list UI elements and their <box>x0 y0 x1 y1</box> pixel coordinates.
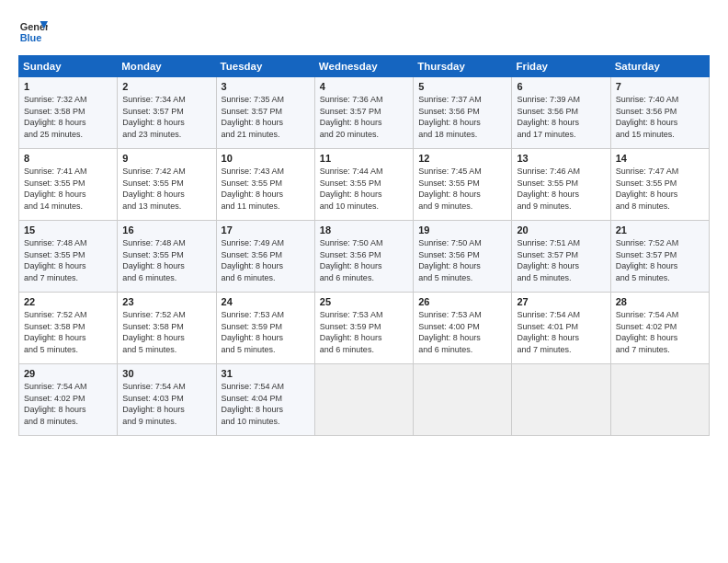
calendar-cell: 15Sunrise: 7:48 AMSunset: 3:55 PMDayligh… <box>19 221 118 293</box>
day-number: 30 <box>122 368 210 379</box>
calendar-cell: 2Sunrise: 7:34 AMSunset: 3:57 PMDaylight… <box>118 77 216 149</box>
day-detail: Sunrise: 7:54 AMSunset: 4:03 PMDaylight:… <box>122 382 186 426</box>
calendar-cell: 4Sunrise: 7:36 AMSunset: 3:57 PMDaylight… <box>314 77 413 149</box>
day-detail: Sunrise: 7:54 AMSunset: 4:02 PMDaylight:… <box>24 382 87 426</box>
day-detail: Sunrise: 7:39 AMSunset: 3:56 PMDaylight:… <box>517 95 580 139</box>
col-header-wednesday: Wednesday <box>314 56 413 77</box>
day-detail: Sunrise: 7:44 AMSunset: 3:55 PMDaylight:… <box>320 167 383 211</box>
day-number: 24 <box>222 296 310 307</box>
calendar-cell: 8Sunrise: 7:41 AMSunset: 3:55 PMDaylight… <box>19 149 118 221</box>
week-row-1: 1Sunrise: 7:32 AMSunset: 3:58 PMDaylight… <box>19 77 710 149</box>
col-header-saturday: Saturday <box>610 56 709 77</box>
col-header-sunday: Sunday <box>19 56 118 77</box>
calendar-cell: 22Sunrise: 7:52 AMSunset: 3:58 PMDayligh… <box>19 293 118 364</box>
calendar-cell: 24Sunrise: 7:53 AMSunset: 3:59 PMDayligh… <box>216 293 314 364</box>
calendar-cell: 17Sunrise: 7:49 AMSunset: 3:56 PMDayligh… <box>216 221 314 293</box>
day-number: 19 <box>418 224 506 236</box>
calendar-cell: 26Sunrise: 7:53 AMSunset: 4:00 PMDayligh… <box>414 293 512 364</box>
day-number: 9 <box>122 153 210 164</box>
day-detail: Sunrise: 7:48 AMSunset: 3:55 PMDaylight:… <box>122 238 186 282</box>
day-detail: Sunrise: 7:50 AMSunset: 3:56 PMDaylight:… <box>320 238 383 282</box>
day-number: 23 <box>122 296 210 307</box>
col-header-friday: Friday <box>512 56 610 77</box>
week-row-4: 22Sunrise: 7:52 AMSunset: 3:58 PMDayligh… <box>19 293 710 364</box>
day-number: 22 <box>24 296 112 307</box>
day-detail: Sunrise: 7:40 AMSunset: 3:56 PMDaylight:… <box>616 95 679 139</box>
calendar-cell: 1Sunrise: 7:32 AMSunset: 3:58 PMDaylight… <box>19 77 118 149</box>
day-detail: Sunrise: 7:47 AMSunset: 3:55 PMDaylight:… <box>616 167 679 211</box>
day-number: 11 <box>320 153 408 164</box>
calendar-table: SundayMondayTuesdayWednesdayThursdayFrid… <box>18 55 710 436</box>
logo: General Blue <box>18 17 48 46</box>
day-detail: Sunrise: 7:53 AMSunset: 4:00 PMDaylight:… <box>418 310 482 354</box>
day-number: 4 <box>320 81 408 92</box>
day-number: 21 <box>616 224 704 236</box>
day-detail: Sunrise: 7:51 AMSunset: 3:57 PMDaylight:… <box>517 238 580 282</box>
calendar-cell: 10Sunrise: 7:43 AMSunset: 3:55 PMDayligh… <box>216 149 314 221</box>
day-detail: Sunrise: 7:52 AMSunset: 3:58 PMDaylight:… <box>122 310 186 354</box>
day-number: 25 <box>320 296 408 307</box>
day-detail: Sunrise: 7:45 AMSunset: 3:55 PMDaylight:… <box>418 167 482 211</box>
day-number: 6 <box>517 81 605 92</box>
calendar-cell: 27Sunrise: 7:54 AMSunset: 4:01 PMDayligh… <box>512 293 610 364</box>
calendar-cell: 16Sunrise: 7:48 AMSunset: 3:55 PMDayligh… <box>118 221 216 293</box>
col-header-monday: Monday <box>118 56 216 77</box>
day-number: 13 <box>517 153 605 164</box>
day-detail: Sunrise: 7:32 AMSunset: 3:58 PMDaylight:… <box>24 95 87 139</box>
day-detail: Sunrise: 7:54 AMSunset: 4:04 PMDaylight:… <box>222 382 285 426</box>
day-detail: Sunrise: 7:34 AMSunset: 3:57 PMDaylight:… <box>122 95 186 139</box>
calendar-cell: 13Sunrise: 7:46 AMSunset: 3:55 PMDayligh… <box>512 149 610 221</box>
col-header-thursday: Thursday <box>414 56 512 77</box>
calendar-cell: 6Sunrise: 7:39 AMSunset: 3:56 PMDaylight… <box>512 77 610 149</box>
day-detail: Sunrise: 7:54 AMSunset: 4:01 PMDaylight:… <box>517 310 580 354</box>
day-number: 14 <box>616 153 704 164</box>
calendar-cell: 19Sunrise: 7:50 AMSunset: 3:56 PMDayligh… <box>414 221 512 293</box>
calendar-page: General Blue SundayMondayTuesdayWednesda… <box>0 0 728 563</box>
day-detail: Sunrise: 7:49 AMSunset: 3:56 PMDaylight:… <box>222 238 285 282</box>
calendar-cell: 21Sunrise: 7:52 AMSunset: 3:57 PMDayligh… <box>610 221 709 293</box>
day-detail: Sunrise: 7:43 AMSunset: 3:55 PMDaylight:… <box>222 167 285 211</box>
day-detail: Sunrise: 7:50 AMSunset: 3:56 PMDaylight:… <box>418 238 482 282</box>
day-number: 17 <box>222 224 310 236</box>
day-detail: Sunrise: 7:35 AMSunset: 3:57 PMDaylight:… <box>222 95 285 139</box>
day-number: 29 <box>24 368 112 379</box>
day-number: 18 <box>320 224 408 236</box>
day-number: 8 <box>24 153 112 164</box>
svg-text:Blue: Blue <box>20 32 42 43</box>
calendar-body: 1Sunrise: 7:32 AMSunset: 3:58 PMDaylight… <box>19 77 710 436</box>
day-detail: Sunrise: 7:52 AMSunset: 3:58 PMDaylight:… <box>24 310 87 354</box>
day-number: 20 <box>517 224 605 236</box>
day-number: 5 <box>418 81 506 92</box>
calendar-cell: 11Sunrise: 7:44 AMSunset: 3:55 PMDayligh… <box>314 149 413 221</box>
day-number: 27 <box>517 296 605 307</box>
calendar-cell: 12Sunrise: 7:45 AMSunset: 3:55 PMDayligh… <box>414 149 512 221</box>
day-detail: Sunrise: 7:53 AMSunset: 3:59 PMDaylight:… <box>320 310 383 354</box>
calendar-cell: 9Sunrise: 7:42 AMSunset: 3:55 PMDaylight… <box>118 149 216 221</box>
day-number: 10 <box>222 153 310 164</box>
day-number: 31 <box>222 368 310 379</box>
calendar-cell <box>610 364 709 436</box>
page-header: General Blue <box>18 17 710 46</box>
calendar-cell: 23Sunrise: 7:52 AMSunset: 3:58 PMDayligh… <box>118 293 216 364</box>
day-number: 12 <box>418 153 506 164</box>
day-detail: Sunrise: 7:36 AMSunset: 3:57 PMDaylight:… <box>320 95 383 139</box>
day-number: 2 <box>122 81 210 92</box>
day-number: 28 <box>616 296 704 307</box>
calendar-cell: 29Sunrise: 7:54 AMSunset: 4:02 PMDayligh… <box>19 364 118 436</box>
day-number: 26 <box>418 296 506 307</box>
day-detail: Sunrise: 7:37 AMSunset: 3:56 PMDaylight:… <box>418 95 482 139</box>
day-number: 15 <box>24 224 112 236</box>
day-number: 1 <box>24 81 112 92</box>
day-detail: Sunrise: 7:41 AMSunset: 3:55 PMDaylight:… <box>24 167 87 211</box>
calendar-cell: 25Sunrise: 7:53 AMSunset: 3:59 PMDayligh… <box>314 293 413 364</box>
calendar-cell: 18Sunrise: 7:50 AMSunset: 3:56 PMDayligh… <box>314 221 413 293</box>
day-detail: Sunrise: 7:54 AMSunset: 4:02 PMDaylight:… <box>616 310 679 354</box>
calendar-cell: 28Sunrise: 7:54 AMSunset: 4:02 PMDayligh… <box>610 293 709 364</box>
week-row-2: 8Sunrise: 7:41 AMSunset: 3:55 PMDaylight… <box>19 149 710 221</box>
logo-icon: General Blue <box>18 17 48 46</box>
day-detail: Sunrise: 7:52 AMSunset: 3:57 PMDaylight:… <box>616 238 679 282</box>
calendar-cell <box>512 364 610 436</box>
calendar-cell: 20Sunrise: 7:51 AMSunset: 3:57 PMDayligh… <box>512 221 610 293</box>
day-detail: Sunrise: 7:48 AMSunset: 3:55 PMDaylight:… <box>24 238 87 282</box>
week-row-5: 29Sunrise: 7:54 AMSunset: 4:02 PMDayligh… <box>19 364 710 436</box>
